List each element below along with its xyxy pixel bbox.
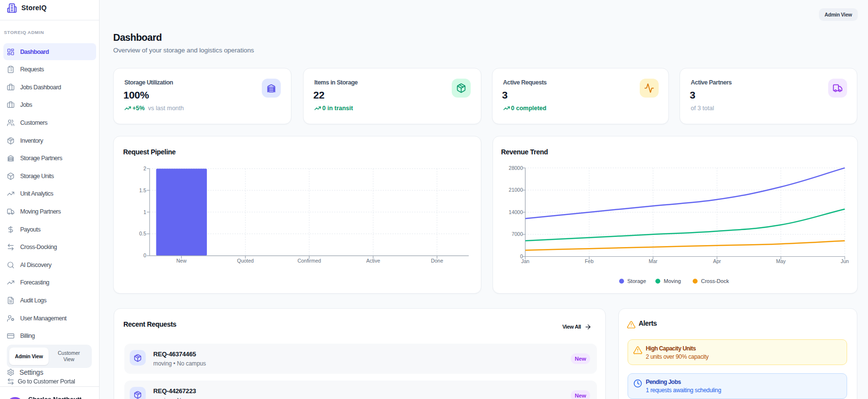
svg-text:Done: Done xyxy=(431,258,443,264)
svg-text:Feb: Feb xyxy=(584,258,593,264)
svg-text:Jun: Jun xyxy=(840,258,849,264)
svg-text:May: May xyxy=(776,258,786,264)
svg-text:Storage: Storage xyxy=(627,278,646,284)
svg-text:21000: 21000 xyxy=(509,187,523,193)
svg-text:7000: 7000 xyxy=(511,231,523,237)
svg-text:0: 0 xyxy=(143,252,146,258)
svg-text:2: 2 xyxy=(143,166,146,171)
svg-text:Cross-Dock: Cross-Dock xyxy=(701,278,729,284)
svg-text:Confirmed: Confirmed xyxy=(297,258,321,264)
svg-text:0.5: 0.5 xyxy=(139,231,146,236)
svg-text:Moving: Moving xyxy=(664,278,681,284)
svg-text:1: 1 xyxy=(143,209,146,215)
svg-text:14000: 14000 xyxy=(509,209,523,215)
svg-text:Jan: Jan xyxy=(521,258,529,264)
svg-text:Mar: Mar xyxy=(648,258,658,264)
svg-text:New: New xyxy=(176,258,187,264)
svg-text:Active: Active xyxy=(366,258,380,264)
svg-text:1.5: 1.5 xyxy=(139,187,146,193)
svg-text:28000: 28000 xyxy=(509,165,523,171)
svg-text:Apr: Apr xyxy=(713,258,721,264)
svg-text:Quoted: Quoted xyxy=(237,258,254,264)
